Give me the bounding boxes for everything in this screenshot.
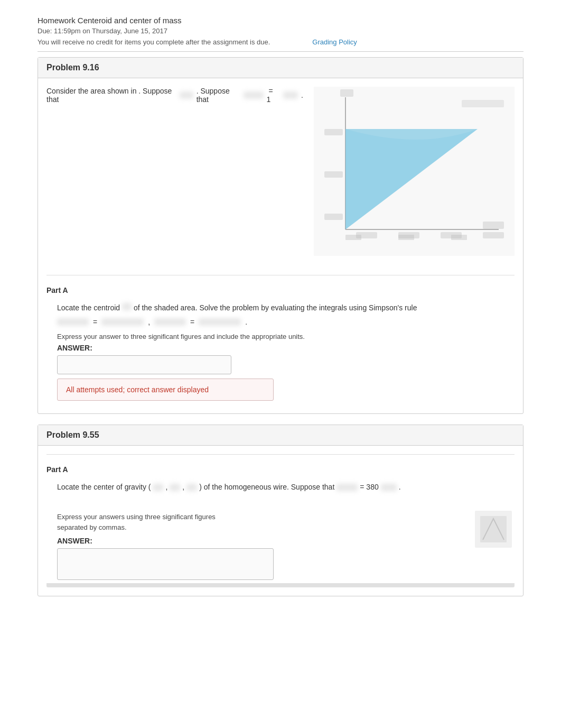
svg-rect-8 (324, 129, 343, 135)
credit-notice-text: You will receive no credit for items you… (38, 38, 270, 46)
svg-rect-13 (462, 100, 504, 107)
assignment-header: Homework Centeroid and center of mass Du… (38, 16, 523, 52)
answer-label-2: ANSWER: (57, 537, 462, 545)
blurred-formula-1 (57, 318, 89, 326)
svg-rect-12 (340, 89, 353, 97)
small-figure-svg (472, 508, 515, 550)
credit-notice: You will receive no credit for items you… (38, 38, 523, 52)
problem-9-55-box: Problem 9.55 Part A Locate the center of… (38, 425, 523, 596)
attempts-box-1: All attempts used; correct answer displa… (57, 379, 274, 401)
problem-9-55-header: Problem 9.55 (38, 425, 523, 446)
part-a-question: Locate the centroid of the shaded area. … (57, 302, 515, 314)
figure-canvas (314, 87, 515, 256)
answer-label-1: ANSWER: (57, 344, 515, 352)
grading-policy-link[interactable]: Grading Policy (312, 38, 357, 46)
intro-text: Consider the area shown in . Suppose tha… (46, 87, 176, 104)
blurred-y-coord (170, 484, 180, 491)
part-a-separator-2 (46, 454, 515, 455)
part-a-separator (46, 275, 515, 275)
blurred-figure-ref (180, 91, 193, 99)
blurred-formula-4 (199, 318, 241, 326)
blurred-centroid-symbol (122, 303, 132, 310)
blurred-formula-2 (101, 318, 144, 326)
part-a-body: Locate the centroid of the shaded area. … (46, 302, 515, 401)
svg-rect-11 (483, 222, 504, 229)
express-note-2: Express your answers using three signifi… (57, 502, 462, 533)
blurred-variable-2 (336, 484, 358, 491)
problem-9-16-intro: Consider the area shown in . Suppose tha… (46, 87, 303, 104)
page-wrapper: Homework Centeroid and center of mass Du… (27, 0, 534, 623)
svg-rect-16 (451, 235, 467, 240)
part-a-label-2: Part A (46, 461, 515, 476)
svg-rect-10 (324, 214, 343, 220)
blurred-x-coord (153, 484, 163, 491)
formula-line: = , = . (57, 318, 515, 326)
svg-rect-15 (398, 235, 414, 240)
answer-input-1[interactable] (57, 355, 231, 374)
formula-period: . (245, 318, 247, 326)
blurred-unit-2 (381, 484, 397, 491)
blurred-formula-3 (154, 318, 186, 326)
due-date: Due: 11:59pm on Thursday, June 15, 2017 (38, 27, 523, 35)
figure-area (314, 87, 515, 256)
problem-9-55-body: Part A Locate the center of gravity ( , … (38, 446, 523, 596)
blurred-z-coord (186, 484, 197, 491)
svg-rect-9 (324, 171, 343, 178)
express-note-1: Express your answer to three significant… (57, 333, 515, 340)
coord-answer-input[interactable] (57, 548, 274, 580)
problem-9-16-box: Problem 9.16 Consider the area shown in … (38, 57, 523, 414)
svg-rect-7 (483, 232, 504, 238)
problem-9-16-header: Problem 9.16 (38, 58, 523, 78)
part-a-label: Part A (46, 282, 515, 297)
part-a-question-2: Locate the center of gravity ( , , ) of … (57, 481, 515, 493)
bottom-bar-2 (46, 583, 515, 587)
blurred-variable (244, 91, 263, 99)
problem-9-16-body: Consider the area shown in . Suppose tha… (38, 78, 523, 413)
svg-rect-18 (480, 516, 507, 542)
blurred-unit (283, 91, 298, 99)
attempts-text-1: All attempts used; correct answer displa… (66, 385, 209, 394)
problem-figure-svg (314, 87, 515, 256)
part-a-body-2: Locate the center of gravity ( , , ) of … (46, 481, 515, 583)
assignment-title: Homework Centeroid and center of mass (38, 16, 523, 25)
svg-rect-14 (345, 235, 361, 240)
